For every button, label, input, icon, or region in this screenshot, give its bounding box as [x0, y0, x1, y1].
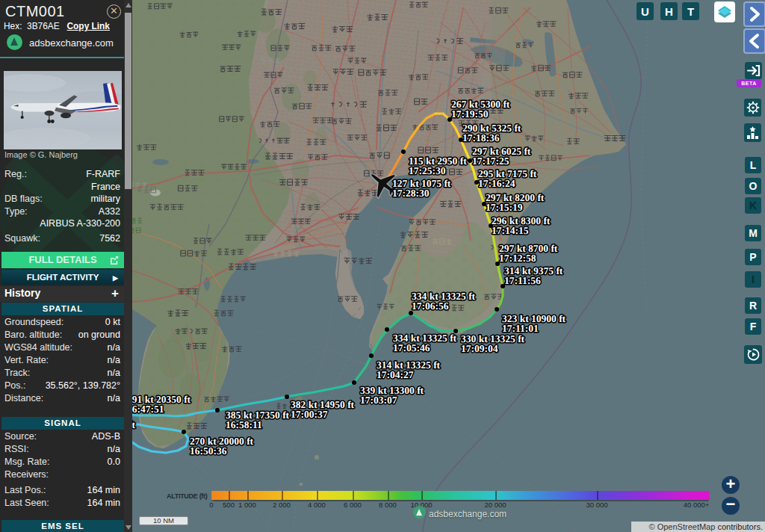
- svg-text:17:00:37: 17:00:37: [291, 409, 328, 420]
- svg-text:17:19:50: 17:19:50: [451, 108, 489, 120]
- svg-text:17:16:24: 17:16:24: [478, 178, 515, 189]
- svg-text:17:17:25: 17:17:25: [472, 155, 510, 167]
- svg-text:16:47:51: 16:47:51: [132, 403, 164, 415]
- svg-text:17:12:58: 17:12:58: [499, 253, 536, 264]
- svg-text:ft: ft: [132, 419, 135, 430]
- svg-text:16:50:36: 16:50:36: [190, 445, 227, 457]
- svg-text:16:58:11: 16:58:11: [226, 419, 262, 430]
- svg-text:17:15:19: 17:15:19: [486, 202, 523, 213]
- svg-text:17:09:04: 17:09:04: [461, 343, 498, 354]
- svg-text:17:28:30: 17:28:30: [392, 188, 430, 199]
- svg-text:17:14:15: 17:14:15: [492, 225, 529, 236]
- svg-text:17:05:46: 17:05:46: [393, 342, 430, 353]
- svg-text:17:25:30: 17:25:30: [409, 165, 446, 176]
- svg-text:17:03:07: 17:03:07: [360, 395, 397, 406]
- svg-text:17:18:36: 17:18:36: [462, 132, 500, 143]
- svg-text:17:06:56: 17:06:56: [412, 300, 449, 312]
- svg-text:17:11:56: 17:11:56: [504, 275, 541, 286]
- svg-text:17:11:01: 17:11:01: [502, 323, 539, 334]
- svg-text:17:04:27: 17:04:27: [377, 369, 414, 380]
